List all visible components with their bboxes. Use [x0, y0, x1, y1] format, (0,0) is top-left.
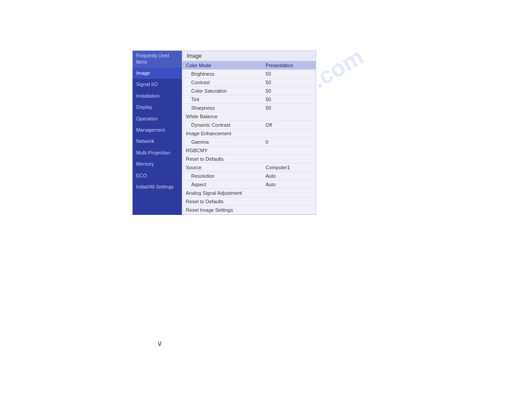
- table-row[interactable]: Reset Image Settings: [182, 206, 316, 214]
- sidebar-item-eco[interactable]: ECO: [133, 170, 182, 181]
- sidebar-item-display[interactable]: Display: [133, 102, 182, 113]
- row-label: Resolution: [182, 172, 262, 180]
- ui-panel: Frequently Used Items Image Signal I/O I…: [133, 51, 316, 215]
- row-value: 0: [262, 138, 316, 146]
- row-label: Reset to Defaults: [182, 155, 262, 163]
- table-row[interactable]: White Balance: [182, 112, 316, 121]
- main-header: Image: [182, 51, 316, 61]
- sidebar-item-installation[interactable]: Installation: [133, 90, 182, 102]
- table-row[interactable]: Dynamic Contrast Off: [182, 121, 316, 129]
- chevron-down-icon[interactable]: ∨: [157, 338, 163, 348]
- row-value: 50: [262, 70, 316, 78]
- sidebar: Frequently Used Items Image Signal I/O I…: [133, 51, 182, 215]
- row-value: [262, 209, 316, 211]
- main-content: Image Color Mode Presentation Brightness…: [182, 51, 316, 215]
- table-row[interactable]: Resolution Auto: [182, 172, 316, 180]
- row-value: Auto: [262, 180, 316, 188]
- sidebar-item-signal-io[interactable]: Signal I/O: [133, 79, 182, 90]
- table-row[interactable]: Source Computer1: [182, 163, 316, 172]
- table-row[interactable]: Aspect Auto: [182, 180, 316, 189]
- table-row[interactable]: Tint 50: [182, 95, 316, 104]
- table-row[interactable]: RGBCMY: [182, 146, 316, 155]
- sidebar-item-memory[interactable]: Memory: [133, 158, 182, 170]
- table-row[interactable]: Gamma 0: [182, 138, 316, 146]
- row-label: Tint: [182, 95, 262, 103]
- row-label: Image Enhancement: [182, 129, 262, 137]
- sidebar-item-image[interactable]: Image: [133, 68, 182, 79]
- row-label: Brightness: [182, 70, 262, 78]
- sidebar-item-operation[interactable]: Operation: [133, 113, 182, 124]
- row-value: Presentation: [262, 61, 316, 69]
- row-label: RGBCMY: [182, 146, 262, 154]
- row-value: 50: [262, 104, 316, 112]
- table-row[interactable]: Color Mode Presentation: [182, 61, 316, 70]
- row-label: Aspect: [182, 180, 262, 188]
- sidebar-item-management[interactable]: Management: [133, 124, 182, 136]
- row-value: [262, 132, 316, 135]
- row-label: Color Saturation: [182, 87, 262, 95]
- sidebar-item-multi-projection[interactable]: Multi-Projection: [133, 147, 182, 158]
- row-label: Reset Image Settings: [182, 206, 262, 214]
- sidebar-item-initial-all-settings[interactable]: Initial/All Settings: [133, 181, 182, 193]
- row-label: Color Mode: [182, 61, 262, 69]
- row-value: 50: [262, 95, 316, 103]
- row-label: Contrast: [182, 78, 262, 86]
- row-label: Reset to Defaults: [182, 197, 262, 206]
- row-value: Auto: [262, 172, 316, 180]
- table-row[interactable]: Color Saturation 50: [182, 87, 316, 95]
- table-row[interactable]: Reset to Defaults: [182, 155, 316, 163]
- table-row[interactable]: Analog Signal Adjustment: [182, 189, 316, 197]
- row-value: [262, 149, 316, 152]
- row-value: Off: [262, 121, 316, 129]
- sidebar-header: Frequently Used Items: [133, 51, 182, 68]
- row-value: [262, 115, 316, 118]
- row-label: White Balance: [182, 112, 262, 120]
- row-value: [262, 200, 316, 203]
- sidebar-item-network[interactable]: Network: [133, 136, 182, 147]
- table-row[interactable]: Sharpness 50: [182, 104, 316, 112]
- row-label: Source: [182, 163, 262, 171]
- row-value: Computer1: [262, 163, 316, 171]
- row-label: Sharpness: [182, 104, 262, 112]
- row-label: Gamma: [182, 138, 262, 146]
- row-value: [262, 192, 316, 194]
- table-row[interactable]: Image Enhancement: [182, 129, 316, 138]
- table-row[interactable]: Brightness 50: [182, 70, 316, 78]
- table-row[interactable]: Contrast 50: [182, 78, 316, 87]
- row-label: Dynamic Contrast: [182, 121, 262, 129]
- row-value: 50: [262, 87, 316, 95]
- row-value: 50: [262, 78, 316, 86]
- row-label: Analog Signal Adjustment: [182, 189, 262, 197]
- table-row[interactable]: Reset to Defaults: [182, 197, 316, 206]
- row-value: [262, 158, 316, 160]
